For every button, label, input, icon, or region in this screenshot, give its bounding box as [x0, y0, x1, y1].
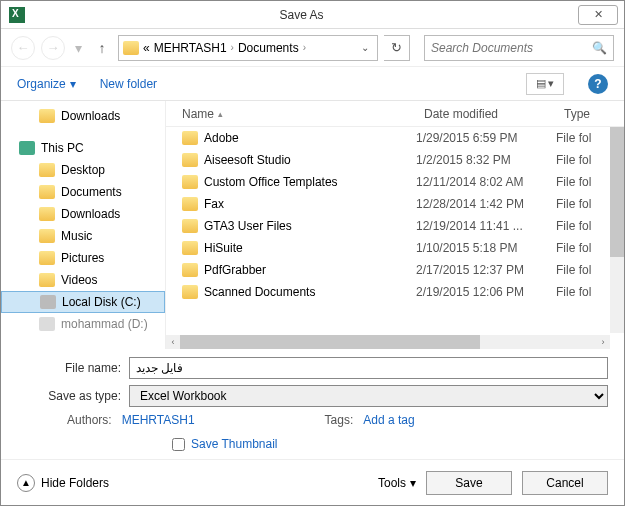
excel-icon [9, 7, 25, 23]
save-thumbnail-check[interactable]: Save Thumbnail [17, 437, 608, 451]
chevron-icon[interactable]: › [231, 42, 234, 53]
folder-icon [182, 175, 198, 189]
tree-item[interactable]: Local Disk (C:) [1, 291, 165, 313]
cancel-button[interactable]: Cancel [522, 471, 608, 495]
file-name: HiSuite [204, 241, 243, 255]
tree-item-label: Local Disk (C:) [62, 295, 141, 309]
nav-tree: DownloadsThis PCDesktopDocumentsDownload… [1, 101, 166, 349]
table-row[interactable]: HiSuite1/10/2015 5:18 PMFile fol [166, 237, 624, 259]
sort-asc-icon: ▴ [218, 109, 223, 119]
chevron-down-icon: ▾ [410, 476, 416, 490]
vertical-scrollbar[interactable] [610, 127, 624, 333]
col-type[interactable]: Type [556, 107, 624, 121]
col-date[interactable]: Date modified [416, 107, 556, 121]
tools-button[interactable]: Tools ▾ [378, 476, 416, 490]
file-date: 12/28/2014 1:42 PM [416, 197, 556, 211]
forward-button[interactable]: → [41, 36, 65, 60]
file-date: 2/19/2015 12:06 PM [416, 285, 556, 299]
tree-item[interactable]: This PC [1, 137, 165, 159]
path-prefix: « [143, 41, 150, 55]
folder-icon [39, 109, 55, 123]
new-folder-button[interactable]: New folder [100, 77, 157, 91]
close-button[interactable]: ✕ [578, 5, 618, 25]
recent-locations[interactable]: ▾ [75, 40, 82, 56]
pc-icon [19, 141, 35, 155]
file-date: 1/29/2015 6:59 PM [416, 131, 556, 145]
search-input[interactable] [431, 41, 592, 55]
search-icon: 🔍 [592, 41, 607, 55]
table-row[interactable]: Fax12/28/2014 1:42 PMFile fol [166, 193, 624, 215]
tree-item[interactable]: mohammad (D:) [1, 313, 165, 335]
view-button[interactable]: ▤▾ [526, 73, 564, 95]
col-name[interactable]: Name ▴ [166, 107, 416, 121]
address-dropdown[interactable]: ⌄ [357, 42, 373, 53]
table-row[interactable]: Custom Office Templates12/11/2014 8:02 A… [166, 171, 624, 193]
authors-value[interactable]: MEHRTASH1 [122, 413, 195, 427]
horizontal-scrollbar[interactable]: ‹ › [166, 335, 610, 349]
folder-icon [182, 219, 198, 233]
tree-item-label: Music [61, 229, 92, 243]
folder-icon [123, 41, 139, 55]
back-button[interactable]: ← [11, 36, 35, 60]
file-name: Custom Office Templates [204, 175, 338, 189]
path-seg-1[interactable]: MEHRTASH1 [154, 41, 227, 55]
folder-icon [39, 207, 55, 221]
folder-icon [182, 285, 198, 299]
filename-input[interactable] [129, 357, 608, 379]
table-row[interactable]: GTA3 User Files12/19/2014 11:41 ...File … [166, 215, 624, 237]
chevron-down-icon: ▾ [70, 77, 76, 91]
save-thumbnail-checkbox[interactable] [172, 438, 185, 451]
hide-folders-button[interactable]: ▲ Hide Folders [17, 474, 109, 492]
chevron-icon[interactable]: › [303, 42, 306, 53]
path-seg-2[interactable]: Documents [238, 41, 299, 55]
up-button[interactable]: ↑ [92, 38, 112, 58]
folder-icon [182, 197, 198, 211]
chevron-down-icon: ▾ [548, 77, 554, 90]
tree-item-label: Videos [61, 273, 97, 287]
tree-item-label: Pictures [61, 251, 104, 265]
refresh-button[interactable]: ↻ [384, 35, 410, 61]
tree-item[interactable]: Downloads [1, 105, 165, 127]
organize-button[interactable]: Organize ▾ [17, 77, 76, 91]
table-row[interactable]: Aiseesoft Studio1/2/2015 8:32 PMFile fol [166, 149, 624, 171]
file-date: 1/2/2015 8:32 PM [416, 153, 556, 167]
file-name: Adobe [204, 131, 239, 145]
scroll-right[interactable]: › [596, 335, 610, 349]
tree-item[interactable]: Documents [1, 181, 165, 203]
tree-item[interactable]: Downloads [1, 203, 165, 225]
file-date: 2/17/2015 12:37 PM [416, 263, 556, 277]
tree-item-label: mohammad (D:) [61, 317, 148, 331]
file-name: GTA3 User Files [204, 219, 292, 233]
search-box[interactable]: 🔍 [424, 35, 614, 61]
save-button[interactable]: Save [426, 471, 512, 495]
folder-icon [39, 273, 55, 287]
chevron-up-icon: ▲ [17, 474, 35, 492]
folder-icon [182, 263, 198, 277]
savetype-select[interactable]: Excel Workbook [129, 385, 608, 407]
folder-icon [182, 241, 198, 255]
tree-item[interactable]: Music [1, 225, 165, 247]
tree-item-label: Desktop [61, 163, 105, 177]
file-date: 12/11/2014 8:02 AM [416, 175, 556, 189]
folder-icon [182, 131, 198, 145]
table-row[interactable]: Scanned Documents2/19/2015 12:06 PMFile … [166, 281, 624, 303]
tree-item[interactable]: Pictures [1, 247, 165, 269]
address-bar[interactable]: « MEHRTASH1 › Documents › ⌄ [118, 35, 378, 61]
table-row[interactable]: Adobe1/29/2015 6:59 PMFile fol [166, 127, 624, 149]
help-button[interactable]: ? [588, 74, 608, 94]
file-name: PdfGrabber [204, 263, 266, 277]
folder-icon [39, 251, 55, 265]
file-name: Aiseesoft Studio [204, 153, 291, 167]
authors-label: Authors: [67, 413, 112, 427]
table-row[interactable]: PdfGrabber2/17/2015 12:37 PMFile fol [166, 259, 624, 281]
file-date: 1/10/2015 5:18 PM [416, 241, 556, 255]
folder-icon [39, 163, 55, 177]
folder-icon [182, 153, 198, 167]
tags-value[interactable]: Add a tag [363, 413, 414, 427]
tree-item-label: Documents [61, 185, 122, 199]
file-name: Fax [204, 197, 224, 211]
tree-item[interactable]: Videos [1, 269, 165, 291]
scroll-left[interactable]: ‹ [166, 335, 180, 349]
filename-label: File name: [17, 361, 129, 375]
tree-item[interactable]: Desktop [1, 159, 165, 181]
